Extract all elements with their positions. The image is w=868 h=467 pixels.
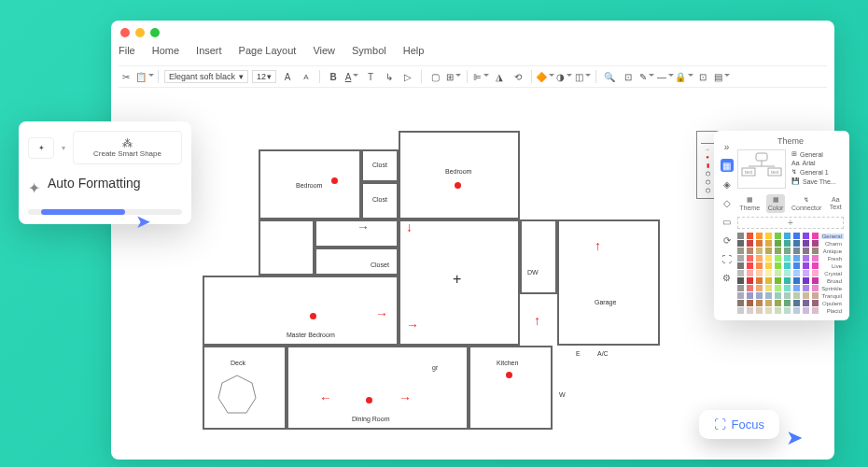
- menu-help[interactable]: Help: [403, 45, 425, 56]
- palette-antique[interactable]: Antique: [737, 248, 844, 254]
- palette-broad[interactable]: Broad: [737, 277, 844, 284]
- palette-crystal[interactable]: Crystal: [737, 270, 844, 276]
- palette-opulent[interactable]: Opulent: [737, 300, 844, 306]
- align-icon[interactable]: ⊫: [473, 69, 488, 84]
- tab-connector[interactable]: ↯Connector: [790, 194, 823, 213]
- crosshair-icon: +: [453, 271, 461, 288]
- svg-text:text: text: [745, 169, 753, 175]
- layer-tab-icon[interactable]: ◇: [721, 196, 734, 209]
- auto-format-popup: ✦ ▾ ⁂ Create Smart Shape ✦ Auto Formatti…: [19, 121, 191, 224]
- room-label: Closet: [371, 262, 389, 268]
- settings-tab-icon[interactable]: ⚙: [721, 271, 734, 284]
- bold-icon[interactable]: B: [326, 69, 341, 84]
- water-label: W: [559, 391, 566, 398]
- crop-icon[interactable]: ◫: [575, 69, 590, 84]
- distribute-icon[interactable]: ◮: [492, 69, 507, 84]
- preset-general[interactable]: ⊞General: [791, 149, 844, 159]
- menu-page-layout[interactable]: Page Layout: [239, 45, 297, 56]
- shadow-icon[interactable]: ◑: [556, 69, 571, 84]
- font-select[interactable]: Elegant soft black▾: [164, 70, 248, 83]
- fire-detector-icon: [331, 177, 338, 184]
- focus-button[interactable]: ⛶ Focus: [699, 410, 779, 439]
- floor-plan[interactable]: Bedroom Clost Clost Bedroom ↓ Closet → M…: [259, 131, 660, 430]
- rotate-icon[interactable]: ⟲: [511, 69, 525, 84]
- room-label: DW: [527, 269, 539, 276]
- tab-color[interactable]: ▦Color: [766, 194, 786, 213]
- cut-icon[interactable]: ✂: [119, 69, 133, 84]
- page-tab-icon[interactable]: ▭: [721, 215, 734, 228]
- connector-icon[interactable]: ↳: [382, 69, 397, 84]
- palette-general[interactable]: General: [737, 233, 844, 239]
- palette-fresh[interactable]: Fresh: [737, 255, 844, 262]
- palette-charm[interactable]: Charm: [737, 240, 844, 247]
- exit-arrow-icon: →: [357, 219, 370, 234]
- lock-icon[interactable]: 🔒: [677, 69, 692, 84]
- add-palette-button[interactable]: +: [737, 217, 844, 229]
- focus-label: Focus: [732, 417, 764, 432]
- menu-view[interactable]: View: [313, 45, 335, 56]
- min-dot[interactable]: [135, 28, 145, 37]
- history-tab-icon[interactable]: ⟳: [721, 234, 734, 247]
- exit-arrow-icon: ↑: [595, 238, 601, 253]
- theme-preview: texttext: [737, 149, 786, 189]
- layers-icon[interactable]: ▤: [714, 69, 729, 84]
- fire-detector-icon: [506, 372, 512, 378]
- palette-live[interactable]: Live: [737, 262, 844, 269]
- gr-label: gr: [432, 364, 438, 371]
- search-icon[interactable]: 🔍: [602, 69, 617, 84]
- menu-symbol[interactable]: Symbol: [352, 45, 386, 56]
- room-label: Deck: [231, 360, 245, 366]
- paste-icon[interactable]: 📋: [137, 69, 152, 84]
- more-tab-icon[interactable]: ⛶: [721, 252, 734, 265]
- max-dot[interactable]: [150, 28, 160, 37]
- palette-placid[interactable]: Placid: [737, 307, 844, 314]
- theme-title: Theme: [737, 136, 844, 146]
- room-label: Master Bedroom: [287, 332, 335, 338]
- image-icon[interactable]: ⊡: [621, 69, 636, 84]
- tab-theme[interactable]: ▦Theme: [737, 194, 762, 213]
- grid-icon[interactable]: ⊡: [695, 69, 710, 84]
- line-icon[interactable]: —: [658, 69, 673, 84]
- table-icon[interactable]: ⊞: [446, 69, 461, 84]
- close-dot[interactable]: [120, 28, 130, 37]
- create-smart-shape-button[interactable]: ⁂ Create Smart Shape: [73, 131, 182, 164]
- menu-insert[interactable]: Insert: [196, 45, 222, 56]
- size-select[interactable]: 12▾: [252, 70, 276, 83]
- menu-file[interactable]: File: [119, 45, 135, 56]
- toolbar: ✂ 📋 Elegant soft black▾ 12▾ A A B A T ↳ …: [119, 65, 827, 88]
- theme-panel: » ▦ ◈ ◇ ▭ ⟳ ⛶ ⚙ Theme texttext ⊞General …: [714, 131, 849, 320]
- cursor-icon: ➤: [135, 210, 151, 233]
- exit-arrow-icon: →: [375, 306, 388, 321]
- format-slider[interactable]: [28, 209, 182, 215]
- tab-text[interactable]: AaText: [828, 194, 844, 213]
- palette-sprinkle[interactable]: Sprinkle: [737, 285, 844, 291]
- pointer-icon[interactable]: ▷: [400, 69, 415, 84]
- underline-icon[interactable]: A: [344, 69, 359, 84]
- deck-table-icon: [217, 374, 259, 416]
- spark-icon[interactable]: ✦: [28, 137, 54, 159]
- spark-icon: ✦: [28, 179, 40, 197]
- size-up-icon[interactable]: A: [280, 69, 295, 84]
- exit-arrow-icon: →: [406, 318, 419, 333]
- preset-arial[interactable]: AaArial: [791, 159, 844, 167]
- ac-label: A/C: [597, 350, 609, 357]
- shape-icon[interactable]: ▢: [427, 69, 442, 84]
- pen-icon[interactable]: ✎: [639, 69, 654, 84]
- style-tab-icon[interactable]: ◈: [721, 177, 734, 191]
- text-icon[interactable]: T: [363, 69, 378, 84]
- room-label: Garage: [595, 299, 616, 305]
- preset-general1[interactable]: ↯General 1: [791, 167, 844, 177]
- room-label: Dining Room: [352, 416, 389, 422]
- menu-bar: File Home Insert Page Layout View Symbol…: [119, 45, 424, 56]
- theme-tab-icon[interactable]: ▦: [721, 159, 734, 172]
- fill-icon[interactable]: 🔶: [538, 69, 553, 84]
- size-down-icon[interactable]: A: [299, 69, 314, 84]
- elec-label: E: [576, 350, 581, 357]
- theme-sidebar: » ▦ ◈ ◇ ▭ ⟳ ⛶ ⚙: [720, 136, 734, 315]
- collapse-icon[interactable]: »: [721, 140, 734, 153]
- palette-tranquil[interactable]: Tranquil: [737, 292, 844, 299]
- exit-arrow-icon: →: [399, 390, 412, 405]
- menu-home[interactable]: Home: [152, 45, 179, 56]
- room-label: Clost: [372, 196, 387, 203]
- preset-save[interactable]: 💾Save The...: [791, 177, 844, 186]
